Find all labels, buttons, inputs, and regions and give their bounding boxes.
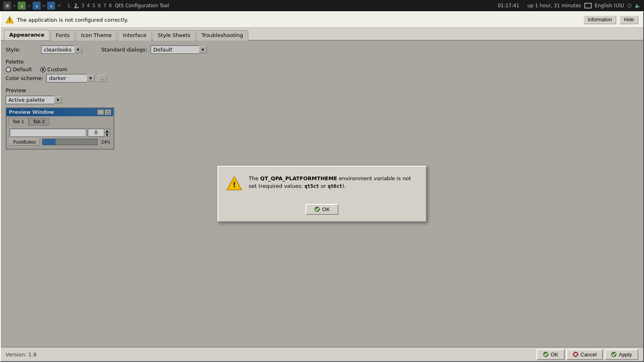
svg-text:q: q — [21, 4, 23, 8]
workspace-8[interactable]: 8 — [109, 3, 112, 8]
dialog-buttons: OK — [218, 201, 426, 221]
svg-point-10 — [315, 207, 320, 212]
vol-icon: 🔈 — [635, 3, 641, 8]
svg-text:q: q — [50, 4, 52, 8]
warning-bar: ! The application is not configured corr… — [1, 12, 643, 28]
action-buttons: OK Cancel Apply — [537, 349, 638, 360]
version-text: Version: 1.8 — [6, 352, 37, 358]
content-area: Style: cleanlooks ▼ Standard dialogs: De… — [1, 41, 643, 347]
workspace-2[interactable]: 2. — [74, 3, 79, 8]
svg-text:!: ! — [232, 180, 236, 189]
svg-text:!: ! — [8, 17, 10, 23]
information-button[interactable]: Information — [583, 15, 616, 24]
tab-style-sheets[interactable]: Style Sheets — [153, 30, 196, 41]
arrow-2: > — [27, 4, 31, 8]
main-window: ! The application is not configured corr… — [0, 11, 644, 362]
blue-icon-2[interactable]: q — [33, 2, 41, 10]
dialog-env-var: QT_QPA_PLATFORMTHEME — [260, 175, 337, 181]
cancel-button[interactable]: Cancel — [566, 349, 603, 360]
green-icon-1[interactable]: q — [18, 2, 26, 10]
svg-point-15 — [611, 352, 616, 357]
workspace-1[interactable]: 1. — [67, 3, 72, 8]
arrow-1: > — [13, 4, 16, 8]
workspace-nums: 1. 2. 3 4 5 6 7 8 — [67, 3, 112, 8]
app-title: Qt5 Configuration Tool — [115, 3, 169, 8]
apply-icon — [611, 352, 617, 357]
apply-button[interactable]: Apply — [605, 349, 638, 360]
status-bar: Version: 1.8 OK Cancel — [1, 347, 643, 361]
svg-point-11 — [543, 352, 548, 357]
dialog-val2: qt6ct — [328, 183, 342, 189]
dialog-or: or — [319, 183, 328, 189]
tabs-bar: Appearance Fonts Icon Theme Interface St… — [1, 28, 643, 41]
tab-fonts[interactable]: Fonts — [50, 30, 75, 41]
tab-troubleshooting[interactable]: Troubleshooting — [196, 30, 248, 41]
tab-interface[interactable]: Interface — [118, 30, 151, 41]
warning-text: The application is not configured correc… — [17, 17, 580, 23]
dialog-ok-button[interactable]: OK — [305, 204, 339, 215]
workspace-6[interactable]: 6 — [98, 3, 101, 8]
workspace-4[interactable]: 4 — [87, 3, 90, 8]
ok-check-icon — [314, 206, 320, 212]
workspace-7[interactable]: 7 — [103, 3, 107, 8]
dialog-box: ! The QT_QPA_PLATFORMTHEME environment v… — [217, 166, 427, 222]
cancel-icon — [573, 352, 578, 357]
locale-text: English (US) — [595, 3, 624, 8]
taskbar: ⊞ > q > q > q ↗ 1. 2. 3 4 5 6 7 8 Qt5 Co… — [0, 0, 644, 11]
hide-button[interactable]: Hide — [619, 15, 638, 24]
uptime-text: up 1 hour, 31 minutes — [527, 3, 581, 8]
app-icon[interactable]: q — [47, 2, 55, 10]
taskbar-right: up 1 hour, 31 minutes English (US) ⬡ 🔈 — [527, 3, 641, 8]
clock: 01:17:41 — [497, 3, 519, 8]
dialog-msg-after: ). — [342, 183, 346, 189]
dialog-content: ! The QT_QPA_PLATFORMTHEME environment v… — [218, 167, 426, 201]
ok-button[interactable]: OK — [537, 349, 565, 360]
warning-icon: ! — [6, 16, 14, 24]
monitor-icon — [584, 3, 592, 8]
workspace-5[interactable]: 5 — [92, 3, 95, 8]
dialog-warning-icon: ! — [226, 175, 242, 193]
ok-icon — [543, 352, 549, 357]
dialog-val1: qt5ct — [304, 183, 319, 189]
start-icon[interactable]: ⊞ — [3, 2, 11, 10]
tab-appearance[interactable]: Appearance — [4, 30, 50, 40]
external-link-icon: ↗ — [57, 3, 61, 8]
arrow-3: > — [42, 4, 45, 8]
dialog-message: The QT_QPA_PLATFORMTHEME environment var… — [249, 175, 418, 190]
dialog-overlay: ! The QT_QPA_PLATFORMTHEME environment v… — [1, 41, 643, 347]
network-icon: ⬡ — [627, 3, 632, 8]
workspace-3[interactable]: 3 — [81, 3, 85, 8]
tab-icon-theme[interactable]: Icon Theme — [76, 30, 117, 41]
dialog-msg-before: The — [249, 175, 260, 181]
svg-text:q: q — [35, 4, 38, 8]
